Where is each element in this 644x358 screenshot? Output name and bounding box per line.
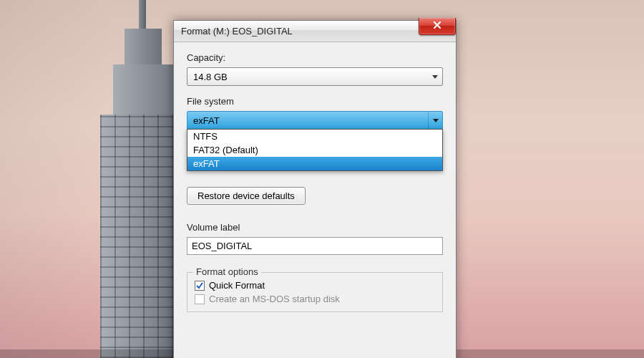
msdos-label: Create an MS-DOS startup disk bbox=[209, 294, 340, 304]
chevron-down-icon bbox=[428, 68, 442, 85]
format-dialog: Format (M:) EOS_DIGITAL Capacity: 14.8 G… bbox=[173, 20, 457, 358]
check-icon bbox=[196, 282, 203, 289]
quick-format-label: Quick Format bbox=[209, 280, 265, 291]
filesystem-option[interactable]: NTFS bbox=[187, 130, 442, 143]
filesystem-label: File system bbox=[187, 96, 443, 107]
restore-defaults-button[interactable]: Restore device defaults bbox=[187, 187, 306, 205]
filesystem-value: exFAT bbox=[193, 115, 220, 126]
volume-label-label: Volume label bbox=[187, 222, 443, 233]
filesystem-dropdown: NTFS FAT32 (Default) exFAT bbox=[187, 129, 443, 171]
capacity-value: 14.8 GB bbox=[193, 72, 228, 82]
chevron-down-icon bbox=[428, 112, 442, 129]
filesystem-option[interactable]: FAT32 (Default) bbox=[187, 143, 442, 157]
close-button[interactable] bbox=[419, 18, 456, 35]
quick-format-checkbox[interactable] bbox=[195, 281, 205, 291]
quick-format-row: Quick Format bbox=[195, 280, 435, 291]
filesystem-combobox[interactable]: exFAT NTFS FAT32 (Default) exFAT bbox=[187, 111, 443, 130]
capacity-combobox[interactable]: 14.8 GB bbox=[187, 67, 443, 86]
volume-label-input[interactable] bbox=[187, 237, 443, 255]
titlebar[interactable]: Format (M:) EOS_DIGITAL bbox=[174, 21, 456, 42]
msdos-checkbox bbox=[195, 294, 205, 304]
capacity-label: Capacity: bbox=[187, 52, 443, 63]
filesystem-option[interactable]: exFAT bbox=[187, 157, 442, 170]
format-options-group: Format options Quick Format Create an MS… bbox=[187, 272, 443, 312]
msdos-row: Create an MS-DOS startup disk bbox=[195, 294, 435, 304]
format-options-legend: Format options bbox=[193, 266, 261, 277]
window-title: Format (M:) EOS_DIGITAL bbox=[181, 26, 293, 37]
close-icon bbox=[432, 20, 442, 32]
